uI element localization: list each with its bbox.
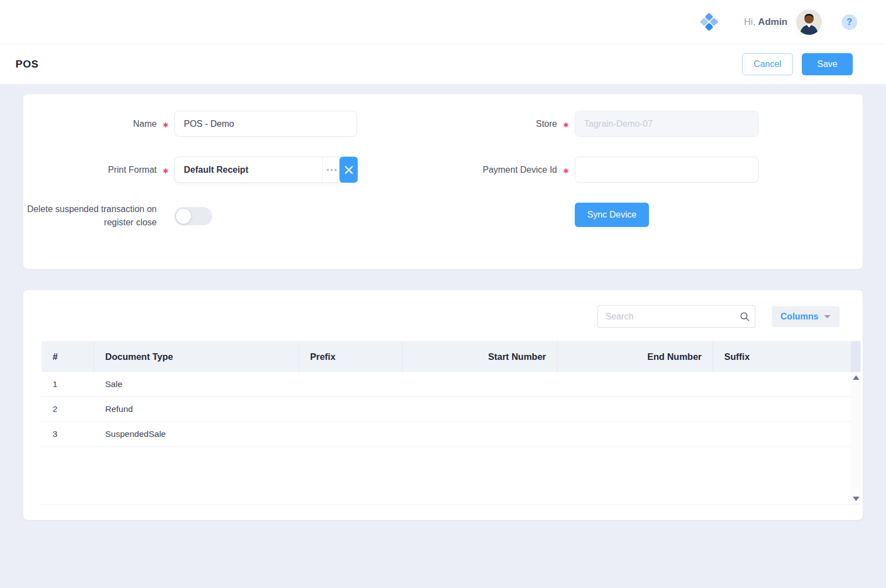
- header-prefix: Prefix: [299, 341, 403, 372]
- sync-device-button[interactable]: Sync Device: [575, 203, 649, 227]
- table-row[interactable]: 3 SuspendedSale: [42, 422, 861, 447]
- header-start-number: Start Number: [403, 341, 558, 372]
- avatar-image: [796, 9, 822, 35]
- required-asterisk: ✱: [557, 164, 575, 175]
- header-suffix: Suffix: [713, 341, 851, 372]
- close-icon: [344, 166, 353, 174]
- cell-index: 3: [42, 422, 94, 446]
- payment-device-input[interactable]: [575, 157, 759, 183]
- table-header-row: # Document Type Prefix Start Number End …: [42, 341, 861, 372]
- print-format-value: Default Receipt: [175, 157, 322, 182]
- table-body: 1 Sale 2 Refund 3 Suspende: [42, 372, 861, 505]
- document-types-card: Columns # Document Type Prefix Start Num…: [23, 290, 863, 520]
- delete-suspended-toggle[interactable]: [174, 207, 212, 225]
- cell-suffix: [713, 397, 861, 421]
- cell-suffix: [713, 372, 861, 396]
- cell-prefix: [299, 372, 403, 396]
- print-format-label: Print Format: [23, 163, 157, 177]
- cell-document-type: Sale: [94, 372, 299, 396]
- cell-start-number: [403, 397, 558, 421]
- store-field-row: Store ✱: [432, 111, 841, 137]
- top-header-bar: Hi, Admin ?: [0, 0, 886, 44]
- print-format-field-row: Print Format ✱ Default Receipt: [23, 157, 432, 183]
- header-index: #: [42, 341, 94, 372]
- columns-button-label: Columns: [781, 312, 818, 322]
- page-title: POS: [16, 58, 39, 70]
- cell-index: 2: [42, 397, 94, 421]
- delete-suspended-label: Delete suspended transaction on register…: [23, 203, 157, 229]
- required-asterisk: ✱: [157, 164, 174, 175]
- payment-device-field-row: Payment Device Id ✱: [432, 157, 841, 183]
- delete-suspended-field-row: Delete suspended transaction on register…: [23, 203, 432, 229]
- user-avatar[interactable]: [796, 9, 822, 35]
- print-format-clear-button[interactable]: [339, 157, 358, 183]
- required-asterisk: ✱: [157, 118, 174, 129]
- cell-index: 1: [42, 372, 94, 396]
- required-asterisk: ✱: [557, 118, 575, 129]
- page-toolbar: POS Cancel Save: [0, 44, 886, 84]
- payment-device-label: Payment Device Id: [432, 163, 557, 177]
- print-format-more-button[interactable]: [322, 157, 340, 182]
- header-end-number: End Number: [558, 341, 713, 372]
- cell-start-number: [403, 422, 558, 446]
- name-input[interactable]: [174, 111, 357, 137]
- cell-prefix: [299, 422, 403, 446]
- scroll-up-icon[interactable]: [853, 375, 859, 380]
- name-label: Name: [23, 117, 157, 131]
- print-format-select[interactable]: Default Receipt: [174, 157, 358, 183]
- pos-settings-card: Name ✱ Print Format ✱ Default Receipt: [23, 94, 863, 269]
- user-name: Admin: [758, 17, 787, 27]
- apps-diamond-icon[interactable]: [701, 14, 718, 30]
- help-icon[interactable]: ?: [842, 14, 857, 30]
- table-row[interactable]: 1 Sale: [42, 372, 861, 397]
- cell-start-number: [403, 372, 558, 396]
- name-field-row: Name ✱: [23, 111, 432, 137]
- toggle-knob: [176, 209, 191, 224]
- search-icon[interactable]: [735, 312, 755, 322]
- cell-end-number: [558, 372, 713, 396]
- store-label: Store: [432, 117, 557, 131]
- cell-end-number: [558, 397, 713, 421]
- store-input: [575, 111, 759, 137]
- label-spacer: [557, 214, 575, 216]
- header-document-type: Document Type: [94, 341, 299, 372]
- table-row[interactable]: 2 Refund: [42, 397, 861, 422]
- scroll-down-icon[interactable]: [853, 497, 859, 501]
- sync-device-row: Sync Device: [432, 203, 841, 227]
- cell-document-type: SuspendedSale: [94, 422, 299, 446]
- user-greeting: Hi, Admin: [744, 17, 787, 28]
- cell-document-type: Refund: [94, 397, 299, 421]
- cell-end-number: [558, 422, 713, 446]
- cancel-button[interactable]: Cancel: [742, 53, 793, 75]
- save-button[interactable]: Save: [802, 53, 853, 75]
- table-search-box: [597, 305, 755, 328]
- columns-dropdown-button[interactable]: Columns: [772, 306, 839, 327]
- header-scrollbar-spacer: [851, 341, 861, 372]
- search-input[interactable]: [598, 312, 735, 322]
- cell-prefix: [299, 397, 403, 421]
- chevron-down-icon: [824, 315, 831, 318]
- cell-suffix: [713, 422, 861, 446]
- document-types-table: # Document Type Prefix Start Number End …: [42, 341, 861, 505]
- table-vertical-scrollbar[interactable]: [851, 372, 861, 504]
- label-spacer: [157, 215, 174, 218]
